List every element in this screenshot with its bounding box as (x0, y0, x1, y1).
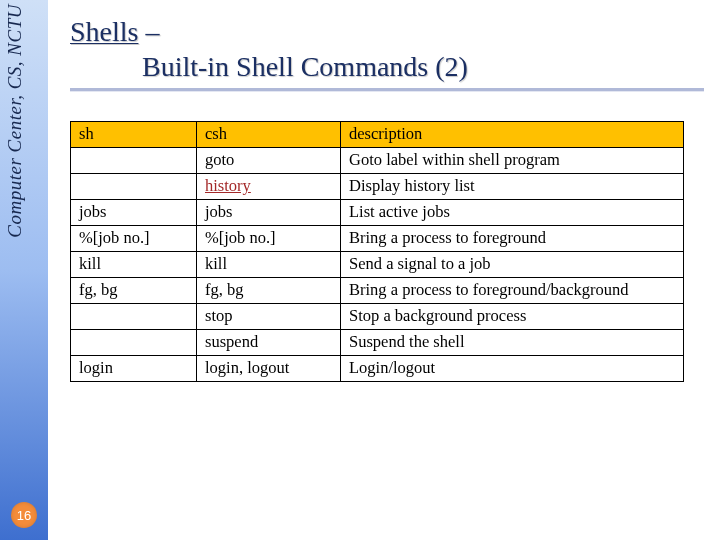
cell-desc: List active jobs (341, 200, 684, 226)
commands-table: sh csh description goto Goto label withi… (70, 121, 684, 382)
slide-title: Shells – Built-in Shell Commands (2) (70, 14, 704, 84)
table-row: fg, bg fg, bg Bring a process to foregro… (71, 278, 684, 304)
cell-desc: Goto label within shell program (341, 148, 684, 174)
cell-csh: history (197, 174, 341, 200)
cell-sh: jobs (71, 200, 197, 226)
cell-csh: %[job no.] (197, 226, 341, 252)
cell-sh: %[job no.] (71, 226, 197, 252)
cell-sh (71, 148, 197, 174)
sidebar-label: Computer Center, CS, NCTU (4, 4, 34, 238)
cell-sh: login (71, 356, 197, 382)
cell-desc: Display history list (341, 174, 684, 200)
cell-sh: fg, bg (71, 278, 197, 304)
cell-csh: login, logout (197, 356, 341, 382)
cell-sh (71, 174, 197, 200)
header-desc: description (341, 122, 684, 148)
cell-csh: fg, bg (197, 278, 341, 304)
cell-desc: Send a signal to a job (341, 252, 684, 278)
table-row: history Display history list (71, 174, 684, 200)
table-body: goto Goto label within shell program his… (71, 148, 684, 382)
cell-desc: Login/logout (341, 356, 684, 382)
cell-desc: Suspend the shell (341, 330, 684, 356)
table-row: suspend Suspend the shell (71, 330, 684, 356)
header-csh: csh (197, 122, 341, 148)
cell-sh (71, 304, 197, 330)
title-underline (70, 88, 704, 91)
table-row: jobs jobs List active jobs (71, 200, 684, 226)
slide-content: Shells – Built-in Shell Commands (2) sh … (70, 14, 704, 382)
cell-sh: kill (71, 252, 197, 278)
history-link: history (205, 176, 251, 195)
table-header-row: sh csh description (71, 122, 684, 148)
title-dash: – (138, 16, 159, 47)
table-row: kill kill Send a signal to a job (71, 252, 684, 278)
cell-csh: suspend (197, 330, 341, 356)
cell-sh (71, 330, 197, 356)
header-sh: sh (71, 122, 197, 148)
page-number-badge: 16 (11, 502, 37, 528)
cell-csh: goto (197, 148, 341, 174)
cell-csh: kill (197, 252, 341, 278)
cell-csh: jobs (197, 200, 341, 226)
cell-desc: Bring a process to foreground/background (341, 278, 684, 304)
title-subtitle: Built-in Shell Commands (2) (70, 49, 704, 84)
cell-csh: stop (197, 304, 341, 330)
table-row: %[job no.] %[job no.] Bring a process to… (71, 226, 684, 252)
table-row: stop Stop a background process (71, 304, 684, 330)
table-row: goto Goto label within shell program (71, 148, 684, 174)
table-row: login login, logout Login/logout (71, 356, 684, 382)
title-word-shells: Shells (70, 16, 138, 47)
cell-desc: Stop a background process (341, 304, 684, 330)
cell-desc: Bring a process to foreground (341, 226, 684, 252)
